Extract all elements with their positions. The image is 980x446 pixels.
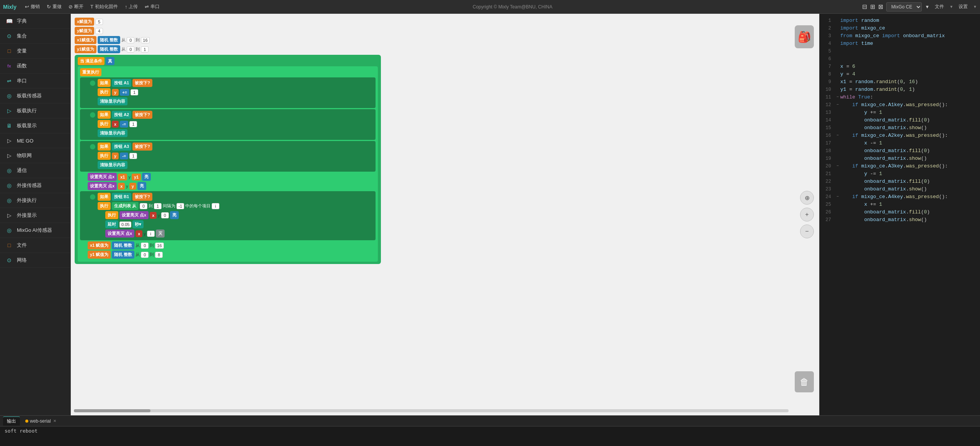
block-if-label-a2[interactable]: 如果 xyxy=(98,111,111,119)
sidebar-item-ext-display[interactable]: ▷ 外接显示 xyxy=(0,208,70,223)
zoom-out-button[interactable]: − xyxy=(800,225,814,238)
window-grid-icon[interactable]: ⊠ xyxy=(878,3,883,10)
sidebar-item-set[interactable]: ⊙ 集合 xyxy=(0,29,70,44)
block-setlight-b1[interactable]: 设置亮灭 点x xyxy=(119,211,149,219)
init-firmware-button[interactable]: T 初始化固件 xyxy=(87,2,121,11)
block-repeat[interactable]: 重复执行 xyxy=(80,68,101,76)
block-exec-label-a1[interactable]: 执行 xyxy=(98,88,111,96)
sidebar-item-network[interactable]: ⊙ 网络 xyxy=(0,253,70,268)
block-dec-a3[interactable]: -= xyxy=(120,152,128,159)
block-y1-to[interactable]: 8 xyxy=(155,252,163,258)
block-on[interactable]: 亮 xyxy=(142,173,151,181)
block-from-0[interactable]: 0 xyxy=(127,37,134,43)
block-random-2[interactable]: 随机 整数 xyxy=(98,45,120,53)
line-fold-12[interactable]: − xyxy=(835,101,840,109)
block-val-4[interactable]: 4 xyxy=(95,28,103,34)
block-exec-label-a2[interactable]: 执行 xyxy=(98,120,111,128)
sidebar-item-board-exec[interactable]: ▷ 板载执行 xyxy=(0,103,70,118)
block-b1-from[interactable]: 0 xyxy=(140,203,147,209)
block-setlight-b1-off[interactable]: 设置亮灭 点x xyxy=(105,230,134,238)
sidebar-item-dict[interactable]: 📖 字典 xyxy=(0,14,70,29)
zoom-reset-button[interactable]: ⊕ xyxy=(800,191,814,205)
redo-button[interactable]: ↻ 重做 xyxy=(44,2,65,11)
block-canvas[interactable]: x赋值为 5 y赋值为 4 x1赋值为 随机 整数 从 0 到 16 y1赋值为… xyxy=(71,14,819,415)
serial-button[interactable]: ⇌ 串口 xyxy=(142,2,163,11)
sidebar-item-board-sensor[interactable]: ◎ 板载传感器 xyxy=(0,89,70,103)
block-while[interactable]: 当 满足条件 xyxy=(78,57,105,65)
block-random-x1[interactable]: 随机 整数 xyxy=(112,241,134,249)
block-y1-from[interactable]: 0 xyxy=(141,252,149,258)
settings-button[interactable]: 设置 xyxy=(956,3,970,11)
block-y-a1[interactable]: y xyxy=(112,89,119,96)
undo-button[interactable]: ↩ 撤销 xyxy=(22,2,43,11)
block-1-a3[interactable]: 1 xyxy=(129,153,137,159)
block-assign-x[interactable]: x赋值为 xyxy=(75,18,94,26)
block-y1-val[interactable]: y1 xyxy=(132,174,141,180)
sidebar-item-ext-sensor[interactable]: ◎ 外接传感器 xyxy=(0,178,70,193)
block-x-b1[interactable]: x xyxy=(150,212,157,219)
code-editor[interactable]: 1 import random 2 import mixgo_ce 3 from… xyxy=(820,14,980,415)
disconnect-button[interactable]: ⊘ 断开 xyxy=(65,2,87,11)
block-dec-a2[interactable]: -= xyxy=(120,121,128,128)
block-btn-a3[interactable]: 按钮 A3 xyxy=(112,143,131,151)
block-x-val2[interactable]: x xyxy=(118,183,125,190)
block-y-val2[interactable]: y xyxy=(129,183,136,190)
sidebar-item-ext-exec[interactable]: ◎ 外接执行 xyxy=(0,193,70,208)
block-setlight[interactable]: 设置亮灭 点x xyxy=(88,173,117,181)
upload-button[interactable]: ↑ 上传 xyxy=(122,2,141,11)
device-dropdown-icon[interactable]: ▼ xyxy=(925,4,929,10)
block-1-a1[interactable]: 1 xyxy=(131,89,138,95)
block-reassign-y1-label[interactable]: y1 赋值为 xyxy=(88,251,111,259)
block-delay[interactable]: 延时 xyxy=(105,220,118,228)
window-tile-icon[interactable]: ⊞ xyxy=(870,3,875,10)
line-fold-20[interactable]: − xyxy=(835,162,840,170)
block-b1-item[interactable]: i xyxy=(212,203,219,209)
block-on-2[interactable]: 亮 xyxy=(137,182,146,190)
block-x-a2[interactable]: x xyxy=(112,121,119,128)
block-to-16[interactable]: 16 xyxy=(141,37,149,43)
sidebar-item-serial[interactable]: ⇌ 串口 xyxy=(0,74,70,89)
file-menu-button[interactable]: 文件 xyxy=(933,3,946,11)
sidebar-item-func[interactable]: fx 函数 xyxy=(0,59,70,74)
block-pressed-a1[interactable]: 被按下? xyxy=(132,79,152,87)
block-x-b1-off[interactable]: x xyxy=(136,230,142,237)
sidebar-item-comm[interactable]: ◎ 通信 xyxy=(0,163,70,178)
block-setlight-2b[interactable]: 设置亮灭 点x xyxy=(88,182,117,190)
block-true[interactable]: 真 xyxy=(106,57,114,65)
canvas-scrollbar[interactable] xyxy=(74,409,789,412)
block-exec-label-a3[interactable]: 执行 xyxy=(98,152,111,160)
block-y-b1-off[interactable]: i xyxy=(147,231,155,237)
block-val-5[interactable]: 5 xyxy=(95,19,103,25)
block-random[interactable]: 随机 整数 xyxy=(98,36,120,44)
block-clear-label-a3[interactable]: 清除显示内容 xyxy=(98,161,127,169)
zoom-in-button[interactable]: + xyxy=(800,208,814,221)
line-fold-11[interactable]: − xyxy=(835,93,840,101)
block-if-label-b1[interactable]: 如果 xyxy=(98,193,111,201)
block-off[interactable]: 灭 xyxy=(156,230,165,238)
sidebar-item-me-go[interactable]: ▷ ME GO xyxy=(0,133,70,148)
sidebar-item-board-display[interactable]: 🖥 板载显示 xyxy=(0,118,70,133)
block-x1-to[interactable]: 16 xyxy=(155,243,163,249)
sidebar-item-file[interactable]: □ 文件 xyxy=(0,238,70,253)
block-exec-inner-b1[interactable]: 执行 xyxy=(105,211,118,219)
block-inc-a1[interactable]: += xyxy=(120,89,129,96)
block-x1-val[interactable]: x1 xyxy=(118,174,127,180)
tab-close-serial[interactable]: ✕ xyxy=(53,419,56,423)
block-delay-val[interactable]: 0.05 xyxy=(119,221,131,228)
block-on-b1[interactable]: 亮 xyxy=(170,211,179,219)
block-y-a3[interactable]: y xyxy=(112,152,119,159)
block-clear-label-a1[interactable]: 清除显示内容 xyxy=(98,97,127,105)
sidebar-item-var[interactable]: □ 变量 xyxy=(0,44,70,59)
block-clear-label-a2[interactable]: 清除显示内容 xyxy=(98,129,127,137)
block-y-b1-0[interactable]: 0 xyxy=(161,212,169,218)
block-pressed-a2[interactable]: 被按下? xyxy=(132,111,152,119)
block-exec-label-b1[interactable]: 执行 xyxy=(98,202,111,210)
block-assign-y[interactable]: y赋值为 xyxy=(75,27,94,35)
block-assign-y1[interactable]: y1赋值为 xyxy=(75,45,96,53)
sidebar-item-iot[interactable]: ▷ 物联网 xyxy=(0,148,70,163)
tab-web-serial[interactable]: web-serial ✕ xyxy=(21,417,60,425)
block-to-1[interactable]: 1 xyxy=(141,46,149,52)
window-minimize-icon[interactable]: ⊟ xyxy=(862,3,867,10)
block-if-label[interactable]: 如果 xyxy=(98,79,111,87)
line-fold-24[interactable]: − xyxy=(835,193,840,201)
